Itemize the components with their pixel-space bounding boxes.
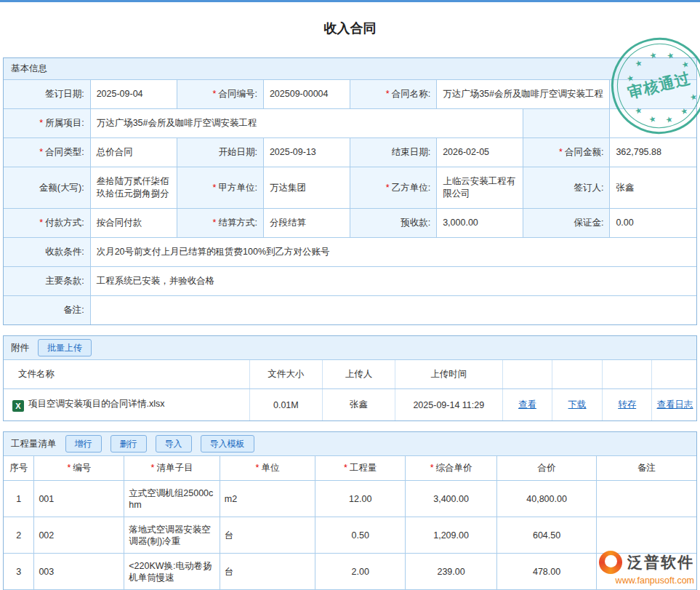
download-link[interactable]: 下载	[568, 399, 587, 410]
transfer-link[interactable]: 转存	[618, 399, 636, 410]
required-marker: *	[344, 463, 347, 473]
settlement-method-value: 分段结算	[263, 209, 350, 238]
basic-info-title: 基本信息	[11, 63, 47, 75]
basic-info-header: 基本信息	[4, 58, 696, 80]
remark-value	[90, 296, 696, 325]
stamp-star: ★	[648, 115, 657, 124]
required-marker: *	[39, 218, 43, 228]
col-unit: *单位	[220, 456, 315, 481]
start-date-value: 2025-09-13	[263, 138, 350, 167]
work-item-row: 1 001 立式空调机组25000chm m2 12.00 3,400.00 4…	[4, 481, 696, 517]
amount-words-value: 叁拾陆万贰仟柒佰玖拾伍元捌角捌分	[90, 167, 177, 209]
view-action-cell: 查看	[502, 389, 552, 421]
delete-row-button[interactable]: 删行	[110, 435, 147, 453]
amount-words-label: 金额(大写):	[4, 167, 90, 209]
main-clauses-label: 主要条款:	[4, 267, 90, 296]
view-log-link[interactable]: 查看日志	[656, 399, 693, 410]
required-marker: *	[559, 147, 563, 157]
col-action	[502, 360, 552, 389]
col-seq: 序号	[4, 456, 34, 481]
col-unit-price: *综合单价	[406, 456, 497, 481]
col-upload-time: 上传时间	[395, 360, 502, 389]
upload-time-cell: 2025-09-14 11:29	[395, 389, 502, 421]
unit-price-cell: 239.00	[406, 554, 497, 590]
remark-cell	[597, 517, 696, 554]
seq-cell: 3	[4, 554, 34, 590]
work-items-table: 序号 *编号 *清单子目 *单位 *工程量 *综合单价 合价 备注 1 001 …	[4, 456, 696, 590]
required-marker: *	[67, 463, 71, 473]
work-items-title: 工程量清单	[11, 438, 57, 450]
payment-method-label: *付款方式:	[4, 209, 90, 238]
settlement-method-label: *结算方式:	[177, 209, 263, 238]
attachments-section: 附件 批量上传 文件名称 文件大小 上传人 上传时间 项目空调安装项目的合同详情…	[3, 335, 697, 421]
col-uploader: 上传人	[322, 360, 395, 389]
quantity-cell: 0.50	[315, 517, 406, 554]
vendor-brand: 泛普软件 www.fanpusoft.com	[599, 551, 694, 586]
fanpu-logo-icon	[599, 551, 622, 574]
add-row-button[interactable]: 增行	[65, 435, 102, 453]
stamp-star: ★	[666, 51, 675, 60]
total-cell: 478.00	[496, 554, 596, 590]
stamp-star: ★	[634, 106, 643, 116]
project-label: *所属项目:	[4, 109, 90, 138]
attachments-title: 附件	[11, 342, 29, 354]
total-cell: 40,800.00	[496, 481, 596, 517]
attachments-header-row: 文件名称 文件大小 上传人 上传时间	[4, 360, 696, 389]
brand-name: 泛普软件	[627, 552, 694, 573]
unit-price-cell: 1,209.00	[406, 517, 497, 554]
code-cell: 002	[34, 517, 124, 554]
code-cell: 003	[34, 554, 124, 590]
required-marker: *	[213, 183, 217, 193]
party-b-label: *乙方单位:	[350, 167, 437, 209]
signer-label: 签订人:	[523, 167, 610, 209]
unit-cell: 台	[220, 554, 315, 590]
import-template-button[interactable]: 导入模板	[201, 435, 254, 453]
collection-terms-value: 次月20号前支付上月已结算的租赁费100%到乙方对公账号	[90, 238, 696, 267]
unit-cell: 台	[220, 517, 315, 554]
col-remark: 备注	[597, 456, 696, 481]
download-action-cell: 下载	[552, 389, 603, 421]
remark-label: 备注:	[4, 296, 90, 325]
contract-amount-label: *合同金额:	[523, 138, 610, 167]
import-button[interactable]: 导入	[156, 435, 192, 453]
stamp-star: ★	[680, 107, 688, 116]
sign-date-value: 2025-09-04	[90, 80, 177, 109]
required-marker: *	[386, 89, 390, 99]
view-link[interactable]: 查看	[518, 399, 536, 410]
transfer-action-cell: 转存	[602, 389, 652, 421]
col-action	[552, 360, 603, 389]
main-clauses-value: 工程系统已安装，并验收合格	[90, 267, 696, 296]
work-item-row: 2 002 落地式空调器安装空调器(制)冷重 台 0.50 1,209.00 6…	[4, 517, 696, 554]
empty-cell	[523, 109, 610, 138]
required-marker: *	[256, 463, 260, 473]
stamp-star: ★	[648, 51, 657, 60]
col-action	[652, 360, 696, 389]
unit-price-cell: 3,400.00	[406, 481, 497, 517]
basic-info-table: 签订日期: 2025-09-04 *合同编号: 202509-00004 *合同…	[4, 80, 696, 324]
work-items-toolbar: 工程量清单 增行 删行 导入 导入模板	[4, 432, 696, 456]
project-value: 万达广场35#会所及咖啡厅空调安装工程	[90, 109, 523, 138]
excel-file-icon	[12, 400, 24, 412]
start-date-label: 开始日期:	[177, 138, 263, 167]
total-cell: 604.50	[496, 517, 596, 554]
file-name-cell: 项目空调安装项目的合同详情.xlsx	[4, 389, 249, 421]
required-marker: *	[213, 218, 217, 228]
required-marker: *	[386, 183, 390, 193]
item-name-cell: <220KW换:电动卷扬机单筒慢速	[124, 554, 220, 590]
col-total: 合价	[496, 456, 596, 481]
page-title: 收入合同	[0, 2, 700, 53]
stamp-star: ★	[664, 115, 673, 124]
signer-value: 张鑫	[610, 167, 696, 209]
party-a-label: *甲方单位:	[177, 167, 263, 209]
payment-method-value: 按合同付款	[90, 209, 177, 238]
attachment-row: 项目空调安装项目的合同详情.xlsx 0.01M 张鑫 2025-09-14 1…	[4, 389, 696, 421]
uploader-cell: 张鑫	[322, 389, 395, 421]
contract-name-value: 万达广场35#会所及咖啡厅空调安装工程	[437, 80, 610, 109]
col-code: *编号	[34, 456, 124, 481]
deposit-label: 保证金:	[523, 209, 610, 238]
deposit-value: 0.00	[610, 209, 696, 238]
batch-upload-button[interactable]: 批量上传	[38, 339, 92, 356]
required-marker: *	[39, 147, 43, 157]
required-marker: *	[39, 118, 43, 128]
contract-no-label: *合同编号:	[177, 80, 263, 109]
